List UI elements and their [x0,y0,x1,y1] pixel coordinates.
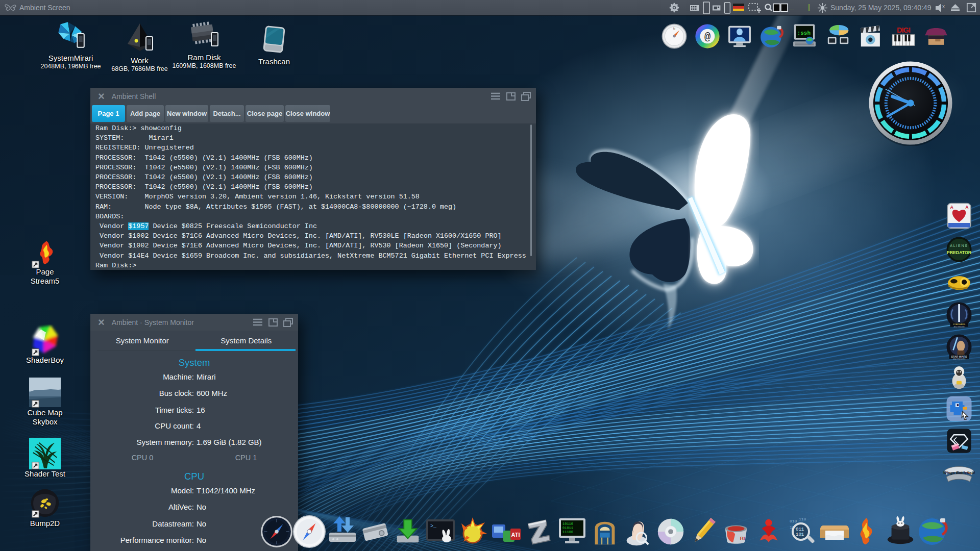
svg-text:A: A [950,205,954,210]
svg-text:>_: >_ [430,523,437,529]
svg-text:@: @ [704,31,710,43]
svg-text:PREDATOR: PREDATOR [947,250,972,255]
svg-text:RI: RI [740,535,745,541]
svg-text:x: x [942,4,945,9]
svg-text:STARWARS: STARWARS [953,323,965,325]
svg-text:JEDI KNIGHT: JEDI KNIGHT [953,326,965,328]
svg-text:JEDI KNIGHT II: JEDI KNIGHT II [953,358,966,360]
svg-text:DIGI: DIGI [897,26,911,34]
svg-text:N: N [673,27,675,30]
svg-text:STAR WARS: STAR WARS [951,355,967,358]
svg-text:01011: 01011 [562,526,573,530]
svg-text:Wings Battlefield: Wings Battlefield [943,470,975,475]
svg-text::ssh: :ssh [797,30,811,36]
svg-text:A: A [965,205,969,210]
svg-text:ATI: ATI [511,532,520,538]
svg-text:011: 011 [796,527,804,532]
svg-text:110: 110 [799,517,806,521]
svg-text:101: 101 [796,532,804,537]
svg-text:ALIENS: ALIENS [950,244,968,247]
svg-text:010: 010 [790,519,797,523]
svg-text:11100: 11100 [562,530,573,534]
svg-text:10110: 10110 [562,522,573,526]
